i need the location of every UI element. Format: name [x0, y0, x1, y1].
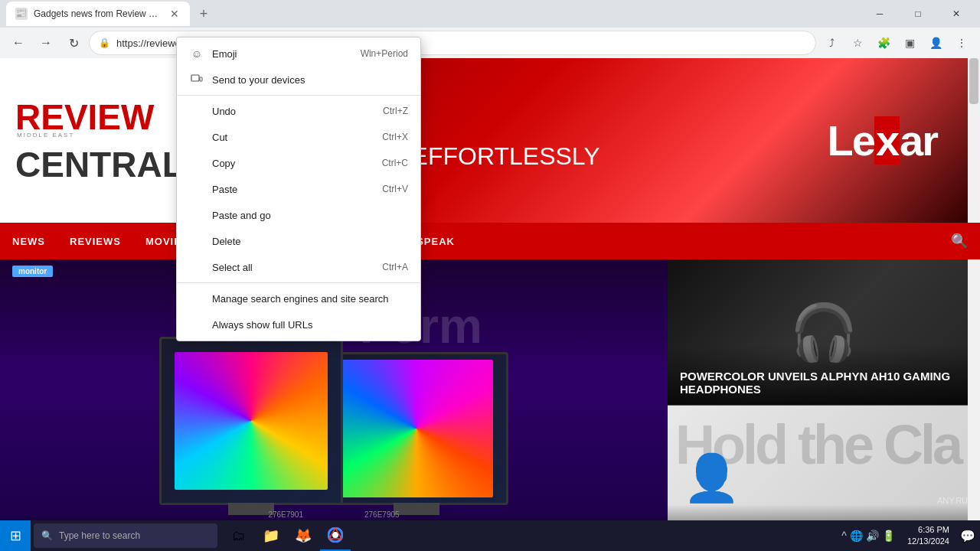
notification-center-button[interactable]: 💬	[956, 520, 980, 551]
menu-shortcut-cut: Ctrl+X	[382, 132, 408, 142]
article-card-headphones[interactable]: 🎧 POWERCOLOR UNVEILS ALPHYN AH10 GAMING …	[668, 259, 980, 405]
minimize-button[interactable]: ─	[862, 2, 897, 26]
nav-news[interactable]: NEWS	[12, 236, 45, 247]
scrollbar-thumb[interactable]	[969, 58, 978, 104]
context-menu: ☺ Emoji Win+Period Send to your devices …	[176, 37, 421, 341]
delete-icon	[189, 233, 204, 249]
main-content: monitor Co Form	[0, 259, 980, 551]
lexar-ar: ar	[900, 116, 937, 165]
lexar-text: Le	[828, 116, 874, 165]
menu-item-send-to-devices[interactable]: Send to your devices	[177, 67, 420, 93]
toolbar-actions: ⤴ ☆ 🧩 ▣ 👤 ⋮	[819, 31, 974, 55]
paste-icon	[189, 181, 204, 197]
tray-network-icon[interactable]: 🌐	[850, 530, 863, 542]
cut-icon	[189, 129, 204, 145]
forward-button[interactable]: →	[34, 31, 58, 55]
menu-label-copy: Copy	[212, 158, 235, 169]
taskbar-clock[interactable]: 6:36 PM 12/13/2024	[901, 524, 956, 548]
security-icon: 🔒	[99, 37, 110, 48]
menu-label-delete: Delete	[212, 236, 241, 247]
menu-item-copy[interactable]: Copy Ctrl+C	[177, 150, 420, 176]
tray-volume-icon[interactable]: 🔊	[866, 530, 879, 542]
tab-title: Gadgets news from Review Cen...	[34, 8, 162, 19]
taskbar: ⊞ 🔍 Type here to search 🗂 📁 🦊 ^ 🌐 🔊 🔋 6:…	[0, 520, 980, 551]
menu-item-manage-search[interactable]: Manage search engines and site search	[177, 285, 420, 311]
banner-logo: Lexar	[797, 100, 968, 181]
article-overlay-headphones: POWERCOLOR UNVEILS ALPHYN AH10 GAMING HE…	[668, 345, 980, 405]
browser-tab[interactable]: 📰 Gadgets news from Review Cen... ✕	[6, 2, 190, 26]
person-silhouette: 👤	[683, 451, 740, 505]
menu-item-paste-and-go[interactable]: Paste and go	[177, 202, 420, 228]
menu-shortcut-select-all: Ctrl+A	[382, 262, 408, 272]
site-content: REVIEW MIDDLE EAST CENTRAL Capture your …	[0, 58, 980, 551]
article-title-headphones: POWERCOLOR UNVEILS ALPHYN AH10 GAMING HE…	[680, 370, 950, 396]
monitor-badge: monitor	[12, 266, 53, 277]
menu-divider-2	[177, 282, 420, 283]
paste-go-icon	[189, 207, 204, 223]
monitor-flower-left	[175, 352, 328, 490]
taskbar-app-firefox[interactable]: 🦊	[288, 520, 318, 551]
menu-item-undo[interactable]: Undo Ctrl+Z	[177, 98, 420, 124]
menu-shortcut-paste: Ctrl+V	[382, 184, 408, 194]
nav-reviews[interactable]: REVIEWS	[70, 236, 121, 247]
menu-item-delete[interactable]: Delete	[177, 228, 420, 254]
window-controls: ─ □ ✕	[862, 2, 974, 26]
site-header: REVIEW MIDDLE EAST CENTRAL	[0, 58, 184, 223]
start-button[interactable]: ⊞	[0, 520, 31, 551]
select-all-icon	[189, 259, 204, 275]
menu-label-cut: Cut	[212, 132, 227, 143]
taskbar-app-task-view[interactable]: 🗂	[224, 520, 254, 551]
tray-battery-icon[interactable]: 🔋	[882, 530, 895, 542]
maximize-button[interactable]: □	[900, 2, 936, 26]
svg-rect-0	[191, 75, 199, 81]
bookmark-icon[interactable]: ☆	[845, 31, 870, 55]
browser-toolbar: ← → ↻ 🔒 https://reviewc ⤴ ☆ 🧩 ▣ 👤 ⋮	[0, 28, 980, 58]
copy-icon	[189, 155, 204, 171]
tab-close-button[interactable]: ✕	[168, 8, 181, 20]
profile-icon[interactable]: 👤	[923, 31, 948, 55]
extensions-icon[interactable]: 🧩	[871, 31, 896, 55]
taskbar-search[interactable]: 🔍 Type here to search	[34, 523, 217, 548]
lexar-x: x	[874, 116, 900, 165]
menu-divider-1	[177, 95, 420, 96]
site-search-icon[interactable]: 🔍	[951, 233, 968, 249]
menu-shortcut-undo: Ctrl+Z	[383, 106, 408, 116]
menu-label-paste: Paste	[212, 184, 237, 195]
taskbar-app-chrome[interactable]	[320, 520, 351, 551]
monitor-right	[325, 352, 508, 505]
logo-review: REVIEW	[15, 99, 184, 135]
scrollbar[interactable]	[968, 58, 980, 551]
menu-item-always-show-urls[interactable]: Always show full URLs	[177, 311, 420, 337]
clock-time: 6:36 PM	[907, 524, 949, 536]
taskbar-search-placeholder: Type here to search	[59, 530, 140, 541]
monitor-left	[159, 337, 343, 505]
menu-label-send-to-devices: Send to your devices	[212, 74, 305, 86]
reload-button[interactable]: ↻	[61, 31, 86, 55]
site-nav: NEWS REVIEWS MOVIES CARS DESTINATION EXP…	[0, 223, 980, 259]
banner-line3: EFFORTLESSLY	[412, 142, 600, 170]
menu-item-paste[interactable]: Paste Ctrl+V	[177, 176, 420, 202]
share-icon[interactable]: ⤴	[819, 31, 844, 55]
search-engine-icon	[189, 291, 204, 306]
close-button[interactable]: ✕	[939, 2, 974, 26]
menu-label-undo: Undo	[212, 106, 236, 117]
menu-shortcut-emoji: Win+Period	[361, 48, 408, 59]
monitor-flower-right	[340, 360, 493, 497]
new-tab-button[interactable]: +	[193, 3, 214, 24]
split-view-icon[interactable]: ▣	[897, 31, 922, 55]
menu-item-cut[interactable]: Cut Ctrl+X	[177, 124, 420, 150]
taskbar-search-icon: 🔍	[41, 530, 53, 541]
send-to-devices-icon	[189, 72, 204, 87]
menu-item-emoji[interactable]: ☺ Emoji Win+Period	[177, 41, 420, 67]
logo-middle: MIDDLE EAST	[17, 132, 74, 139]
menu-item-select-all[interactable]: Select all Ctrl+A	[177, 254, 420, 280]
menu-label-manage-search: Manage search engines and site search	[212, 293, 389, 305]
menu-shortcut-copy: Ctrl+C	[382, 158, 408, 168]
right-column: 🎧 POWERCOLOR UNVEILS ALPHYN AH10 GAMING …	[668, 259, 980, 551]
tray-chevron-icon[interactable]: ^	[841, 530, 847, 542]
taskbar-app-file-explorer[interactable]: 📁	[256, 520, 286, 551]
taskbar-app-icons: 🗂 📁 🦊	[224, 520, 351, 551]
menu-icon[interactable]: ⋮	[949, 31, 974, 55]
back-button[interactable]: ←	[6, 31, 31, 55]
menu-label-select-all: Select all	[212, 262, 253, 273]
